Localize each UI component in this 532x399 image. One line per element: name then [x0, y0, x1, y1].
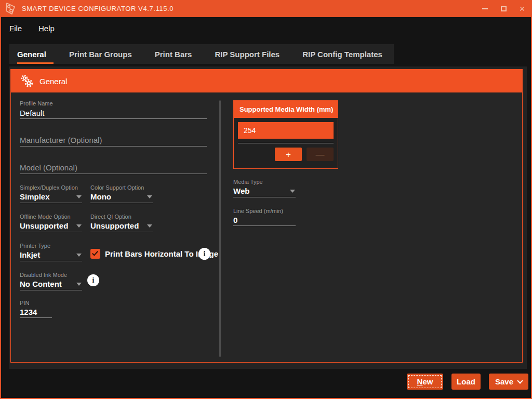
close-button[interactable]: ×: [516, 3, 528, 15]
printer-type-underline: [20, 261, 82, 261]
check-icon: [92, 249, 98, 256]
chevron-down-icon[interactable]: [76, 283, 82, 286]
minimize-button[interactable]: [479, 3, 490, 15]
disabled-ink-mode-label: Disabled Ink Mode: [20, 272, 67, 278]
offline-mode-select[interactable]: Unsupported: [20, 221, 68, 230]
panel-title: General: [39, 77, 67, 86]
gears-icon: [20, 74, 34, 88]
close-icon: ×: [520, 4, 525, 14]
media-type-label: Media Type: [233, 179, 263, 185]
pin-label: PIN: [20, 300, 29, 306]
media-type-select[interactable]: Web: [233, 187, 249, 195]
new-button-label: New: [417, 377, 433, 386]
menu-help[interactable]: Help: [38, 24, 55, 33]
pin-underline: [20, 317, 52, 318]
load-button[interactable]: Load: [451, 374, 481, 390]
app-window: SMART DEVICE CONFIGURATOR V4.7.115.0 × F…: [0, 0, 532, 399]
simplex-duplex-underline: [20, 203, 82, 203]
model-underline: [20, 174, 207, 174]
tab-general[interactable]: General: [9, 44, 58, 64]
panel-header: General: [11, 70, 522, 92]
line-speed-label: Line Speed (m/min): [233, 208, 283, 214]
window-titlebar: SMART DEVICE CONFIGURATOR V4.7.115.0 ×: [0, 0, 532, 17]
save-button-label: Save: [495, 377, 513, 386]
color-support-underline: [90, 203, 153, 203]
supported-media-width-group: Supported Media Width (mm) 254 + —: [233, 100, 338, 169]
disabled-ink-mode-select[interactable]: No Content: [20, 280, 62, 288]
tab-rip-support-files[interactable]: RIP Support Files: [203, 44, 291, 64]
color-support-select[interactable]: Mono: [90, 192, 111, 201]
save-button[interactable]: Save: [489, 374, 528, 390]
tab-print-bars[interactable]: Print Bars: [143, 44, 204, 64]
manufacturer-underline: [20, 146, 207, 147]
disabled-ink-mode-underline: [20, 290, 82, 290]
minimize-icon: [482, 8, 488, 9]
direct-qi-select[interactable]: Unsupported: [90, 221, 139, 230]
tab-print-bar-groups[interactable]: Print Bar Groups: [58, 44, 143, 64]
remove-media-width-button[interactable]: —: [307, 148, 334, 161]
menu-bar: File Help: [1, 17, 531, 40]
offline-mode-underline: [20, 232, 82, 232]
chevron-down-icon[interactable]: [517, 378, 523, 383]
load-button-label: Load: [457, 377, 475, 386]
app-logo-icon: [4, 2, 18, 16]
window-title: SMART DEVICE CONFIGURATOR V4.7.115.0: [22, 5, 174, 12]
tab-strip: General Print Bar Groups Print Bars RIP …: [9, 44, 394, 64]
chevron-down-icon[interactable]: [76, 195, 82, 198]
line-speed-underline: [233, 225, 296, 226]
model-input[interactable]: Model (Optional): [20, 163, 77, 172]
chevron-down-icon[interactable]: [76, 224, 82, 228]
chevron-down-icon[interactable]: [290, 190, 295, 193]
chevron-down-icon[interactable]: [76, 254, 82, 257]
menu-file[interactable]: File: [9, 24, 22, 33]
maximize-button[interactable]: [498, 3, 509, 15]
media-type-underline: [233, 197, 296, 197]
simplex-duplex-label: Simplex/Duplex Option: [20, 184, 78, 191]
manufacturer-input[interactable]: Manufacturer (Optional): [20, 136, 102, 144]
profile-name-underline: [20, 118, 207, 119]
print-bars-horizontal-checkbox[interactable]: [90, 249, 100, 259]
profile-name-input[interactable]: Default: [20, 109, 45, 117]
line-speed-input[interactable]: 0: [233, 216, 237, 224]
printer-type-label: Printer Type: [20, 243, 50, 249]
direct-qi-underline: [90, 232, 153, 232]
tab-rip-config-templates[interactable]: RIP Config Templates: [291, 44, 394, 64]
column-divider: [219, 100, 221, 357]
media-width-list-item[interactable]: 254: [238, 122, 334, 139]
maximize-icon: [501, 6, 507, 11]
printer-type-select[interactable]: Inkjet: [20, 250, 40, 259]
chevron-down-icon[interactable]: [147, 224, 152, 228]
color-support-label: Color Support Option: [90, 184, 144, 191]
pin-input[interactable]: 1234: [20, 308, 37, 316]
supported-media-width-header: Supported Media Width (mm): [234, 101, 338, 118]
simplex-duplex-select[interactable]: Simplex: [20, 192, 50, 201]
new-button[interactable]: New: [407, 374, 443, 390]
direct-qi-label: Direct QI Option: [90, 214, 131, 220]
info-icon[interactable]: i: [87, 274, 99, 286]
profile-name-label: Profile Name: [20, 100, 53, 107]
chevron-down-icon[interactable]: [147, 195, 152, 198]
offline-mode-label: Offline Mode Option: [20, 214, 71, 220]
add-media-width-button[interactable]: +: [275, 148, 302, 161]
media-width-divider: [238, 143, 334, 143]
info-icon[interactable]: i: [198, 248, 210, 260]
